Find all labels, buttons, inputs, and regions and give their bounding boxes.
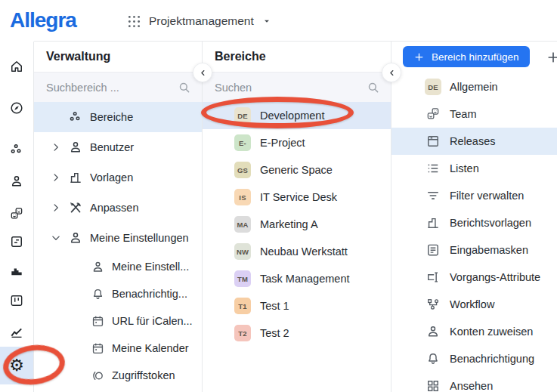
add-bereich-button[interactable]: Bereich hinzufügen (403, 46, 530, 67)
nav-users[interactable] (0, 168, 33, 194)
column-chart-icon (425, 215, 441, 230)
compass-icon (9, 100, 24, 116)
menu-item-label: Ansehen (450, 380, 493, 392)
person-icon (9, 174, 24, 189)
allegra-logo[interactable]: Allegra (10, 8, 76, 32)
menu-item-vorgangs-attribute[interactable]: Vorgangs-Attribute (391, 264, 557, 291)
chevron-left-icon (198, 68, 208, 78)
spaces-dots-icon (9, 142, 24, 157)
menu-item-team[interactable]: Team (391, 100, 557, 128)
bereiche-search-input[interactable]: Suchen (203, 72, 391, 102)
tree-item-bereiche[interactable]: Bereiche (34, 102, 202, 132)
nav-spaces[interactable] (0, 137, 33, 162)
space-menu-toolbar: Bereich hinzufügen (391, 42, 557, 73)
menu-item-ansehen[interactable]: Ansehen (391, 372, 557, 392)
chevron-right-icon[interactable] (49, 201, 63, 215)
nav-explore[interactable] (0, 95, 33, 121)
person-icon (91, 260, 105, 274)
plus-icon (413, 51, 425, 63)
menu-item-berichtsvorlagen[interactable]: Berichtsvorlagen (391, 209, 557, 236)
tree-item-meine-einstellungen[interactable]: Meine Einstellungen (34, 223, 202, 253)
tree-item-benutzer[interactable]: Benutzer (34, 132, 202, 162)
space-item-label: Development (260, 110, 324, 122)
verwaltung-search-input[interactable]: Suchbereich ... (34, 72, 202, 102)
list-icon (425, 161, 441, 176)
bereiche-title: Bereiche (203, 42, 391, 72)
nav-board[interactable] (0, 288, 33, 313)
menu-item-label: Berichtsvorlagen (450, 217, 531, 229)
tree-item-label: Benutzer (90, 141, 134, 153)
space-item-e-project[interactable]: E- E-Project (203, 129, 391, 156)
bereiche-panel: Bereiche Suchen DE Development E- E-Proj… (203, 42, 391, 392)
tree-item-vorlagen[interactable]: Vorlagen (34, 162, 202, 193)
space-item-test-1[interactable]: T1 Test 1 (203, 292, 391, 319)
collapse-verwaltung-button[interactable] (193, 63, 212, 82)
tree-item-anpassen[interactable]: Anpassen (34, 193, 202, 223)
space-badge: MA (234, 216, 251, 233)
collapse-bereiche-button[interactable] (382, 63, 401, 82)
menu-item-label: Team (450, 108, 476, 120)
space-badge: TM (234, 270, 251, 287)
apps-grid-icon (126, 14, 142, 29)
chevron-right-icon[interactable] (49, 140, 63, 154)
nav-home[interactable] (0, 54, 33, 79)
menu-item-konten-zuweisen[interactable]: Konten zuweisen (391, 318, 557, 345)
app-switcher-label: Projektmanagement (149, 14, 254, 28)
space-item-task-management[interactable]: TM Task Management (203, 265, 391, 292)
tree-item-label: URL für iCalen... (112, 315, 193, 327)
space-item-generic-space[interactable]: GS Generic Space (203, 156, 391, 184)
space-item-test-2[interactable]: T2 Test 2 (203, 319, 391, 347)
bar-chart-icon (9, 263, 24, 278)
app-switcher[interactable]: Projektmanagement (126, 11, 273, 32)
kanban-board-icon (9, 293, 24, 308)
person-icon (68, 140, 83, 155)
tree-subitem-benachrichtigung[interactable]: Benachrichtig... (34, 280, 202, 307)
space-item-label: Test 1 (260, 300, 289, 312)
tree-subitem-zugriffstoken[interactable]: Zugriffstoken (34, 362, 202, 389)
menu-item-label: Workflow (450, 298, 494, 310)
person-icon (425, 324, 441, 339)
space-item-it-service-desk[interactable]: IS IT Service Desk (203, 184, 391, 211)
space-item-label: E-Project (260, 137, 305, 149)
nav-settings[interactable]: ⚙ (0, 347, 33, 384)
menu-item-releases[interactable]: Releases (391, 128, 557, 155)
bell-icon (91, 287, 105, 301)
space-menu-panel: Bereich hinzufügen DE Allgemein Team Rel… (391, 42, 557, 392)
tree-subitem-meine-einstellungen[interactable]: Meine Einstell... (34, 253, 202, 280)
space-badge: IS (234, 189, 251, 205)
nav-reports[interactable] (0, 258, 33, 283)
input-field-icon (425, 270, 441, 285)
nav-roles[interactable] (0, 201, 33, 227)
nav-forms[interactable] (0, 229, 33, 255)
space-item-label: IT Service Desk (260, 191, 337, 203)
menu-item-allgemein[interactable]: DE Allgemein (391, 73, 557, 100)
add-icon[interactable] (546, 50, 557, 65)
space-item-marketing-a[interactable]: MA Marketing A (203, 211, 391, 238)
menu-item-workflow[interactable]: Workflow (391, 291, 557, 318)
chevron-down-icon[interactable] (49, 231, 63, 245)
tree-item-label: Meine Einstellungen (90, 232, 189, 244)
tree-subitem-meine-kalender[interactable]: Meine Kalender (34, 335, 202, 362)
chevron-right-icon[interactable] (49, 171, 63, 184)
verwaltung-panel: Verwaltung Suchbereich ... Bereiche Benu… (34, 42, 203, 392)
space-item-label: Generic Space (260, 164, 333, 176)
space-badge: GS (234, 162, 251, 178)
grid-squares-icon (425, 378, 441, 392)
menu-item-label: Releases (450, 135, 495, 147)
calendar-icon (91, 341, 105, 356)
space-item-label: Neubau Werkstatt (260, 245, 348, 258)
workflow-nodes-icon (425, 297, 441, 312)
space-badge: NW (234, 243, 251, 260)
menu-item-listen[interactable]: Listen (391, 155, 557, 182)
tree-subitem-ical-url[interactable]: URL für iCalen... (34, 307, 202, 335)
spaces-dots-icon (68, 110, 83, 125)
menu-item-benachrichtigung[interactable]: Benachrichtigung (391, 345, 557, 372)
menu-item-filter-verwalten[interactable]: Filter verwalten (391, 182, 557, 209)
add-bereich-label: Bereich hinzufügen (432, 51, 519, 63)
menu-item-eingabemasken[interactable]: Eingabemasken (391, 236, 557, 264)
tree-item-label: Zugriffstoken (112, 369, 175, 381)
space-item-neubau-werkstatt[interactable]: NW Neubau Werkstatt (203, 238, 391, 265)
space-badge: T1 (234, 298, 251, 314)
space-item-development[interactable]: DE Development (203, 102, 391, 129)
nav-analytics[interactable] (0, 319, 33, 345)
